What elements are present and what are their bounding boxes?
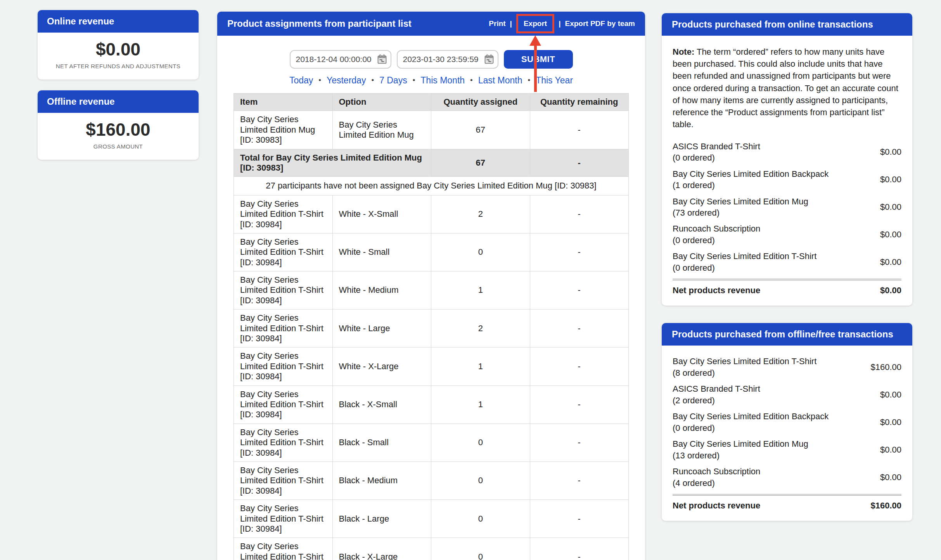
online-transactions-body: Note: The term “ordered” refers to how m… <box>662 36 912 306</box>
right-column: Products purchased from online transacti… <box>662 13 912 538</box>
quick-link-this-month[interactable]: This Month <box>420 75 465 85</box>
table-cell: 67 <box>431 111 530 149</box>
quick-links: Today•Yesterday•7 Days•This Month•Last M… <box>217 75 645 86</box>
export-pdf-link[interactable]: Export PDF by team <box>565 19 635 28</box>
table-row: Bay City Series Limited Edition T-Shirt … <box>234 347 629 385</box>
date-from-input[interactable] <box>290 50 391 69</box>
calendar-icon[interactable] <box>377 54 387 65</box>
assignments-table: Item Option Quantity assigned Quantity r… <box>234 93 629 560</box>
table-cell: White - Medium <box>332 271 431 309</box>
table-cell: Bay City Series Limited Edition T-Shirt … <box>234 309 333 347</box>
product-amount: $0.00 <box>874 175 901 185</box>
product-name: Bay City Series Limited Edition T-Shirt(… <box>673 251 816 273</box>
column-header-option: Option <box>332 93 431 111</box>
offline-revenue-caption: GROSS AMOUNT <box>42 143 195 150</box>
table-row: Bay City Series Limited Edition T-Shirt … <box>234 385 629 423</box>
table-cell: Black - X-Large <box>332 538 431 560</box>
bullet-separator: • <box>528 76 531 84</box>
table-cell: - <box>530 233 629 271</box>
calendar-icon[interactable] <box>484 54 495 65</box>
print-link[interactable]: Print <box>489 19 505 28</box>
table-cell: 1 <box>431 385 530 423</box>
separator: | <box>559 19 560 28</box>
table-cell: - <box>530 461 629 500</box>
product-name: ASICS Branded T-Shirt(2 ordered) <box>673 383 760 406</box>
date-to-field <box>397 50 498 69</box>
card-title: Online revenue <box>47 16 114 27</box>
table-row: Bay City Series Limited Edition T-Shirt … <box>234 538 629 560</box>
product-list: Bay City Series Limited Edition T-Shirt(… <box>673 356 901 489</box>
bullet-separator: • <box>318 76 321 84</box>
table-cell: - <box>530 149 629 177</box>
table-cell: Bay City Series Limited Edition T-Shirt … <box>234 195 333 233</box>
table-header-row: Item Option Quantity assigned Quantity r… <box>234 93 629 111</box>
note-label: Note: <box>673 47 694 57</box>
submit-button[interactable]: SUBMIT <box>504 50 573 69</box>
product-row: Bay City Series Limited Edition Backpack… <box>673 411 901 434</box>
quick-link-last-month[interactable]: Last Month <box>478 75 522 85</box>
table-cell: Black - Medium <box>332 461 431 500</box>
product-amount: $0.00 <box>874 147 901 157</box>
net-revenue-label: Net products revenue <box>673 285 760 296</box>
product-name: Bay City Series Limited Edition Mug(73 o… <box>673 196 808 219</box>
column-header-quantity-assigned: Quantity assigned <box>431 93 530 111</box>
table-cell: - <box>530 309 629 347</box>
table-cell: - <box>530 271 629 309</box>
product-amount: $0.00 <box>874 257 901 267</box>
date-to-input[interactable] <box>397 50 498 69</box>
table-cell: - <box>530 195 629 233</box>
online-transactions-panel: Products purchased from online transacti… <box>662 13 912 306</box>
product-name: Runcoach Subscription(0 ordered) <box>673 223 760 246</box>
quick-link-this-year[interactable]: This Year <box>536 75 573 85</box>
panel-title: Product assignments from participant lis… <box>227 18 412 29</box>
table-cell: Black - Large <box>332 500 431 538</box>
product-amount: $0.00 <box>874 472 901 482</box>
quick-link-yesterday[interactable]: Yesterday <box>327 75 366 85</box>
table-cell: Bay City Series Limited Edition T-Shirt … <box>234 500 333 538</box>
export-link[interactable]: Export <box>524 19 547 28</box>
product-amount: $0.00 <box>874 202 901 212</box>
table-row: Bay City Series Limited Edition T-Shirt … <box>234 309 629 347</box>
quick-link-today[interactable]: Today <box>289 75 313 85</box>
table-cell: - <box>530 385 629 423</box>
annotation-box: Export <box>516 14 554 33</box>
table-cell: White - X-Large <box>332 347 431 385</box>
note-body: The term “ordered” refers to how many un… <box>673 47 898 129</box>
offline-transactions-header: Products purchased from offline/free tra… <box>662 323 912 346</box>
product-amount: $0.00 <box>874 417 901 427</box>
net-products-revenue-row: Net products revenue $160.00 <box>673 494 901 511</box>
offline-transactions-panel: Products purchased from offline/free tra… <box>662 323 912 521</box>
product-amount: $160.00 <box>864 362 901 372</box>
product-name: ASICS Branded T-Shirt(0 ordered) <box>673 141 760 164</box>
online-revenue-body: $0.00 NET AFTER REFUNDS AND ADJUSTMENTS <box>38 33 199 80</box>
date-from-field <box>290 50 391 69</box>
net-revenue-label: Net products revenue <box>673 501 760 511</box>
offline-revenue-card: Offline revenue $160.00 GROSS AMOUNT <box>38 90 199 160</box>
product-list: ASICS Branded T-Shirt(0 ordered)$0.00Bay… <box>673 141 901 274</box>
table-cell: - <box>530 111 629 149</box>
panel-title: Products purchased from online transacti… <box>672 19 873 30</box>
table-cell: Bay City Series Limited Edition T-Shirt … <box>234 271 333 309</box>
table-cell: Total for Bay City Series Limited Editio… <box>234 149 431 177</box>
offline-revenue-body: $160.00 GROSS AMOUNT <box>38 113 199 160</box>
table-cell: 0 <box>431 233 530 271</box>
card-title: Offline revenue <box>47 96 115 107</box>
table-cell: 67 <box>431 149 530 177</box>
table-row: Bay City Series Limited Edition T-Shirt … <box>234 271 629 309</box>
assignments-table-body: Bay City Series Limited Edition Mug [ID:… <box>234 111 629 560</box>
online-revenue-caption: NET AFTER REFUNDS AND ADJUSTMENTS <box>42 63 195 69</box>
table-cell: White - Large <box>332 309 431 347</box>
online-revenue-card: Online revenue $0.00 NET AFTER REFUNDS A… <box>38 10 199 80</box>
table-total-row: Total for Bay City Series Limited Editio… <box>234 149 629 177</box>
product-row: Bay City Series Limited Edition T-Shirt(… <box>673 356 901 379</box>
table-cell: 2 <box>431 309 530 347</box>
quick-link-7-days[interactable]: 7 Days <box>379 75 407 85</box>
table-cell: 0 <box>431 538 530 560</box>
product-assignments-header: Product assignments from participant lis… <box>217 12 645 36</box>
panel-title: Products purchased from offline/free tra… <box>672 329 893 340</box>
product-assignments-panel: Product assignments from participant lis… <box>217 12 645 560</box>
table-row: Bay City Series Limited Edition T-Shirt … <box>234 195 629 233</box>
table-cell: 27 participants have not been assigned B… <box>234 177 629 195</box>
table-cell: Bay City Series Limited Edition T-Shirt … <box>234 347 333 385</box>
product-amount: $0.00 <box>874 445 901 455</box>
